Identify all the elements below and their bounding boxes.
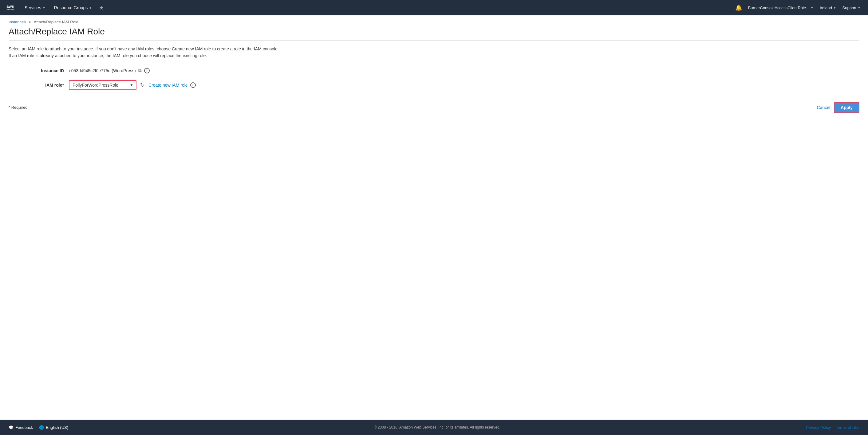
footer-links: Privacy Policy Terms of Use (806, 425, 860, 430)
account-menu[interactable]: BurnerConsoleAccessClientRole... ▼ (746, 4, 816, 11)
instance-id-text: i-053dd945c2f0e775d (WordPress) (69, 68, 136, 73)
iam-select-wrapper: PollyForWordPressRole ▼ (69, 80, 136, 90)
feedback-label: Feedback (16, 425, 33, 430)
feedback-item[interactable]: 💬 Feedback (9, 425, 33, 430)
form-section: Instance ID i-053dd945c2f0e775d (WordPre… (27, 68, 859, 90)
refresh-icon[interactable]: ↻ (139, 80, 146, 90)
breadcrumb: Instances > Attach/Replace IAM Role (0, 15, 868, 27)
region-menu[interactable]: Ireland ▼ (817, 4, 839, 11)
page-title: Attach/Replace IAM Role (9, 27, 859, 40)
instance-id-label: Instance ID (27, 68, 64, 73)
breadcrumb-instances-link[interactable]: Instances (9, 20, 26, 24)
account-label: BurnerConsoleAccessClientRole... (748, 5, 809, 10)
copyright-text: © 2008 - 2018, Amazon Web Services, Inc.… (68, 425, 806, 430)
description-line2: If an IAM role is already attached to yo… (9, 52, 859, 59)
bell-icon[interactable]: 🔔 (733, 3, 744, 12)
region-label: Ireland (820, 5, 832, 10)
iam-role-info-icon[interactable]: i (190, 82, 196, 88)
terms-link[interactable]: Terms of Use (836, 425, 859, 430)
resource-groups-chevron-icon: ▼ (89, 6, 92, 9)
iam-role-controls: PollyForWordPressRole ▼ ↻ Create new IAM… (69, 80, 196, 90)
instance-id-value: i-053dd945c2f0e775d (WordPress) ⧉ i (69, 68, 150, 73)
support-label: Support (842, 5, 857, 10)
breadcrumb-current: Attach/Replace IAM Role (34, 20, 79, 24)
apply-button[interactable]: Apply (834, 102, 859, 113)
iam-role-label: IAM role* (27, 82, 64, 88)
services-chevron-icon: ▼ (42, 6, 45, 9)
privacy-policy-link[interactable]: Privacy Policy (806, 425, 831, 430)
svg-text:aws: aws (6, 4, 14, 9)
info-icon[interactable]: i (144, 68, 150, 73)
cancel-button[interactable]: Cancel (817, 105, 831, 110)
feedback-chat-icon: 💬 (9, 425, 13, 430)
globe-icon: 🌐 (39, 425, 44, 430)
services-menu[interactable]: Services ▼ (22, 4, 48, 11)
bottom-bar: 💬 Feedback 🌐 English (US) © 2008 - 2018,… (0, 420, 868, 435)
action-buttons: Cancel Apply (817, 102, 859, 113)
nav-right-section: 🔔 BurnerConsoleAccessClientRole... ▼ Ire… (733, 3, 863, 12)
resource-groups-menu[interactable]: Resource Groups ▼ (52, 4, 95, 11)
account-chevron-icon: ▼ (810, 6, 814, 9)
services-label: Services (25, 5, 41, 10)
language-item[interactable]: 🌐 English (US) (39, 425, 68, 430)
required-note: * Required (9, 105, 27, 110)
support-chevron-icon: ▼ (858, 6, 861, 9)
region-chevron-icon: ▼ (833, 6, 836, 9)
top-navigation: aws Services ▼ Resource Groups ▼ ★ 🔔 Bur… (0, 0, 868, 15)
iam-role-select[interactable]: PollyForWordPressRole (69, 80, 136, 90)
create-iam-role-link[interactable]: Create new IAM role (149, 82, 188, 88)
copy-icon[interactable]: ⧉ (138, 68, 142, 73)
footer-actions: * Required Cancel Apply (0, 97, 868, 118)
breadcrumb-separator: > (29, 20, 31, 24)
resource-groups-label: Resource Groups (54, 5, 88, 10)
iam-role-row: IAM role* PollyForWordPressRole ▼ ↻ Crea… (27, 80, 859, 90)
instance-id-row: Instance ID i-053dd945c2f0e775d (WordPre… (27, 68, 859, 73)
page-description: Select an IAM role to attach to your ins… (9, 45, 859, 59)
support-menu[interactable]: Support ▼ (840, 4, 863, 11)
favorites-icon[interactable]: ★ (98, 4, 105, 12)
main-content: Attach/Replace IAM Role Select an IAM ro… (0, 27, 868, 420)
language-label: English (US) (46, 425, 68, 430)
description-line1: Select an IAM role to attach to your ins… (9, 45, 859, 52)
aws-logo[interactable]: aws (5, 2, 16, 13)
